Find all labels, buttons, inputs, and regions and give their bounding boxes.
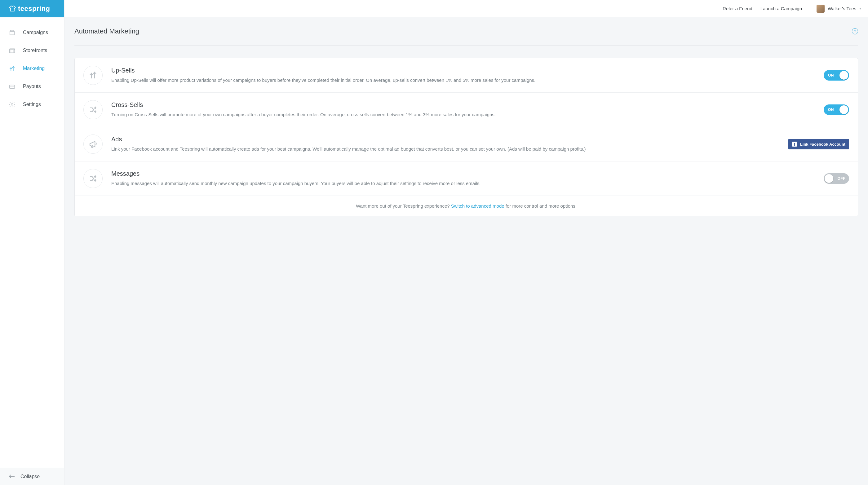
- messages-icon: [83, 169, 103, 188]
- sidebar: teespring Campaigns Storefronts Marketin…: [0, 0, 64, 485]
- refer-friend-link[interactable]: Refer a Friend: [723, 6, 752, 11]
- sidebar-item-label: Storefronts: [23, 48, 47, 53]
- row-title: Cross-Sells: [111, 101, 816, 108]
- crosssells-toggle[interactable]: ON: [824, 104, 849, 115]
- toggle-label: ON: [828, 107, 834, 112]
- storefronts-icon: [9, 47, 16, 54]
- toggle-knob: [839, 71, 848, 79]
- row-title: Messages: [111, 170, 816, 177]
- facebook-icon: f: [792, 141, 797, 147]
- row-desc: Enabling Up-Sells will offer more produc…: [111, 76, 816, 84]
- brand-logo[interactable]: teespring: [0, 0, 64, 18]
- link-facebook-button[interactable]: f Link Facebook Account: [788, 139, 849, 150]
- topbar: Refer a Friend Launch a Campaign Walker'…: [64, 0, 868, 18]
- sidebar-item-label: Marketing: [23, 66, 44, 71]
- footer-post: for more control and more options.: [504, 203, 577, 208]
- row-ads: Ads Link your Facebook account and Teesp…: [75, 127, 858, 161]
- payouts-icon: [9, 83, 16, 90]
- toggle-knob: [825, 174, 833, 183]
- brand-text: teespring: [18, 5, 50, 13]
- toggle-label: ON: [828, 73, 834, 77]
- row-messages: Messages Enabling messages will automati…: [75, 161, 858, 196]
- sidebar-item-storefronts[interactable]: Storefronts: [0, 41, 64, 60]
- sidebar-item-label: Payouts: [23, 84, 41, 89]
- svg-point-1: [11, 103, 13, 105]
- advanced-mode-link[interactable]: Switch to advanced mode: [451, 203, 504, 208]
- toggle-label: OFF: [838, 176, 846, 181]
- collapse-label: Collapse: [21, 474, 40, 479]
- panel-footer: Want more out of your Teespring experien…: [75, 196, 858, 216]
- sidebar-item-settings[interactable]: Settings: [0, 95, 64, 114]
- upsells-icon: [83, 66, 103, 85]
- page-title: Automated Marketing: [74, 27, 139, 35]
- footer-pre: Want more out of your Teespring experien…: [356, 203, 451, 208]
- page-header: Automated Marketing ?: [74, 27, 858, 45]
- messages-toggle[interactable]: OFF: [824, 173, 849, 184]
- svg-rect-0: [10, 85, 15, 88]
- sidebar-item-label: Campaigns: [23, 30, 48, 35]
- sidebar-item-marketing[interactable]: Marketing: [0, 60, 64, 77]
- topbar-divider: [810, 0, 810, 18]
- avatar: [816, 5, 825, 13]
- tshirt-icon: [9, 5, 16, 12]
- row-title: Ads: [111, 136, 781, 143]
- user-menu[interactable]: Walker's Tees ▼: [816, 5, 862, 13]
- toggle-knob: [839, 105, 848, 114]
- row-desc: Enabling messages will automatically sen…: [111, 180, 816, 187]
- settings-icon: [9, 101, 16, 108]
- ads-icon: [83, 134, 103, 154]
- row-desc: Link your Facebook account and Teespring…: [111, 146, 781, 153]
- settings-panel: Up-Sells Enabling Up-Sells will offer mo…: [74, 58, 858, 216]
- help-icon[interactable]: ?: [852, 28, 858, 34]
- row-title: Up-Sells: [111, 67, 816, 74]
- campaigns-icon: [9, 29, 16, 36]
- upsells-toggle[interactable]: ON: [824, 70, 849, 80]
- row-crosssells: Cross-Sells Turning on Cross-Sells will …: [75, 93, 858, 127]
- sidebar-item-campaigns[interactable]: Campaigns: [0, 24, 64, 41]
- sidebar-item-payouts[interactable]: Payouts: [0, 77, 64, 95]
- fb-button-label: Link Facebook Account: [800, 142, 845, 147]
- chevron-down-icon: ▼: [859, 7, 862, 10]
- sidebar-collapse[interactable]: Collapse: [0, 467, 64, 485]
- sidebar-item-label: Settings: [23, 102, 41, 107]
- row-upsells: Up-Sells Enabling Up-Sells will offer mo…: [75, 58, 858, 93]
- launch-campaign-link[interactable]: Launch a Campaign: [761, 6, 802, 11]
- collapse-arrow-icon: [9, 474, 15, 479]
- sidebar-nav: Campaigns Storefronts Marketing Payouts: [0, 18, 64, 467]
- crosssells-icon: [83, 100, 103, 119]
- marketing-icon: [9, 65, 16, 72]
- user-name-label: Walker's Tees: [828, 6, 856, 11]
- row-desc: Turning on Cross-Sells will promote more…: [111, 111, 816, 118]
